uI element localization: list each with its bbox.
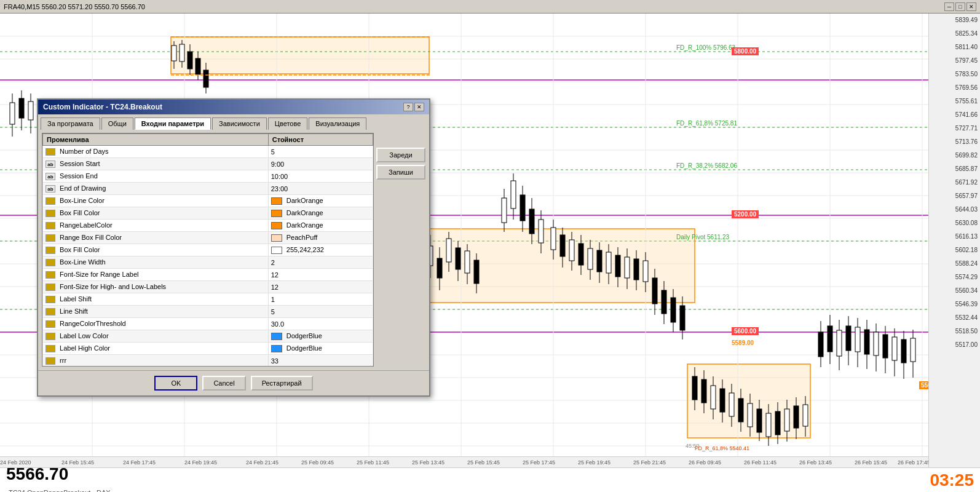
param-value[interactable]: 5 — [268, 306, 373, 318]
price-5699: 5699.82 — [955, 152, 978, 159]
svg-rect-158 — [901, 339, 906, 363]
svg-rect-114 — [692, 376, 697, 400]
svg-rect-80 — [529, 209, 534, 234]
time-tick-4: 24 Feb 21:45 — [246, 459, 279, 466]
param-name-box-fill: Box Fill Color — [43, 207, 269, 220]
param-value[interactable]: DarkOrange — [268, 220, 373, 232]
svg-rect-156 — [892, 337, 897, 360]
tab-input-params[interactable]: Входни параметри — [135, 117, 211, 130]
table-row[interactable]: Box-Line Color DarkOrange — [43, 195, 373, 207]
dialog-close-button[interactable]: ✕ — [414, 103, 424, 111]
svg-rect-68 — [456, 248, 460, 269]
table-row[interactable]: ab Session Start 9:00 — [43, 158, 373, 170]
cancel-button[interactable]: Cancel — [202, 376, 245, 391]
param-value[interactable]: 12 — [268, 269, 373, 281]
param-value[interactable]: 9:00 — [268, 158, 373, 170]
param-value[interactable]: 33 — [268, 355, 373, 367]
action-buttons-wrapper: Зареди Запиши — [376, 133, 425, 367]
table-row[interactable]: RangeLabelColor DarkOrange — [43, 220, 373, 232]
svg-rect-144 — [837, 330, 842, 356]
table-row[interactable]: Range Box Fill Color PeachPuff — [43, 232, 373, 244]
param-value[interactable]: 12 — [268, 281, 373, 293]
time-axis: 24 Feb 2020 24 Feb 15:45 24 Feb 17:45 24… — [0, 456, 928, 467]
table-row[interactable]: Line Shift 5 — [43, 306, 373, 318]
param-icon-ab: ab — [45, 173, 55, 180]
param-value[interactable]: 5 — [268, 146, 373, 158]
table-row[interactable]: Font-Size for Range Label 12 — [43, 269, 373, 281]
minimize-button[interactable]: ─ — [944, 2, 954, 11]
svg-rect-108 — [662, 290, 666, 314]
chart-title: FRA40,M15 5560.20 5571.20 5550.70 5566.7… — [4, 3, 145, 10]
svg-text:FD_R_38,2%  5682.06: FD_R_38,2% 5682.06 — [676, 162, 737, 169]
param-icon-color — [45, 296, 55, 303]
tab-visualization[interactable]: Визуализация — [309, 117, 366, 130]
table-row[interactable]: RangeColorThreshold 30.0 — [43, 318, 373, 330]
svg-rect-128 — [757, 409, 762, 432]
indicator-name: TC24.OpenRangeBreakout - DAX — [9, 489, 111, 493]
tab-general[interactable]: Общи — [101, 117, 133, 130]
table-row[interactable]: Box Fill Color 255,242,232 — [43, 244, 373, 256]
price-5741: 5741.66 — [955, 111, 978, 118]
svg-rect-82 — [539, 220, 543, 243]
title-bar: FRA40,M15 5560.20 5571.20 5550.70 5566.7… — [0, 0, 980, 14]
param-value[interactable]: 10:00 — [268, 170, 373, 183]
price-5532: 5532.44 — [955, 314, 978, 321]
time-tick-14: 26 Feb 13:45 — [799, 459, 832, 466]
param-name-range-box-fill: Range Box Fill Color — [43, 232, 269, 244]
svg-rect-20 — [171, 37, 429, 74]
price-5727: 5727.71 — [955, 125, 978, 132]
restart-button[interactable]: Рестартирай — [251, 376, 313, 391]
col-variable: Променлива — [43, 134, 269, 146]
time-tick-9: 25 Feb 17:45 — [523, 459, 555, 466]
param-value[interactable]: DarkOrange — [268, 195, 373, 207]
param-value[interactable]: DodgerBlue — [268, 343, 373, 355]
dialog-help-button[interactable]: ? — [403, 103, 413, 111]
indicator-dialog: Custom Indicator - TC24.Breakout ? ✕ За … — [37, 98, 430, 397]
svg-rect-76 — [511, 181, 516, 208]
svg-rect-56 — [188, 52, 192, 69]
table-row[interactable]: ab End of Drawing 23:00 — [43, 183, 373, 195]
table-row[interactable]: Box Fill Color DarkOrange — [43, 207, 373, 220]
param-icon-color — [45, 308, 55, 315]
dialog-content: Променлива Стойност Number of Days — [38, 129, 429, 370]
param-value[interactable]: PeachPuff — [268, 232, 373, 244]
param-value[interactable]: 23:00 — [268, 183, 373, 195]
tab-about[interactable]: За програмата — [41, 117, 100, 130]
param-value[interactable]: DodgerBlue — [268, 330, 373, 343]
param-value[interactable]: 2 — [268, 256, 373, 269]
param-icon-color — [45, 333, 55, 340]
table-row[interactable]: Box-Line Width 2 — [43, 256, 373, 269]
table-row[interactable]: Number of Days 5 — [43, 146, 373, 158]
svg-rect-64 — [437, 258, 442, 278]
close-button[interactable]: ✕ — [966, 2, 976, 11]
restore-button[interactable]: □ — [955, 2, 965, 11]
svg-rect-136 — [794, 406, 799, 428]
table-row[interactable]: Label Shift 1 — [43, 293, 373, 306]
svg-rect-54 — [180, 44, 184, 62]
ok-button[interactable]: OK — [154, 376, 197, 391]
svg-text:FD_R_61,8%  5725.81: FD_R_61,8% 5725.81 — [676, 120, 737, 127]
price-5517: 5517.00 — [955, 341, 978, 348]
table-row[interactable]: Font-Size for High- and Low-Labels 12 — [43, 281, 373, 293]
tab-dependencies[interactable]: Зависимости — [212, 117, 267, 130]
color-swatch-darkorange2 — [271, 210, 282, 217]
time-tick-12: 26 Feb 09:45 — [689, 459, 721, 466]
tab-colors[interactable]: Цветове — [268, 117, 307, 130]
price-5839: 5839.49 — [955, 17, 978, 23]
param-icon-color — [45, 247, 55, 254]
param-value[interactable]: 255,242,232 — [268, 244, 373, 256]
svg-rect-126 — [748, 403, 753, 427]
table-row[interactable]: rrr 33 — [43, 355, 373, 367]
table-row[interactable]: ab Session End 10:00 — [43, 170, 373, 183]
param-value[interactable]: DarkOrange — [268, 207, 373, 220]
table-row[interactable]: Label Low Color DodgerBlue — [43, 330, 373, 343]
param-name: ab End of Drawing — [43, 183, 269, 195]
param-value[interactable]: 1 — [268, 293, 373, 306]
save-button[interactable]: Запиши — [376, 165, 425, 180]
table-row[interactable]: Label High Color DodgerBlue — [43, 343, 373, 355]
param-value[interactable]: 30.0 — [268, 318, 373, 330]
load-button[interactable]: Зареди — [376, 148, 425, 162]
color-swatch-darkorange — [271, 197, 282, 205]
param-icon-color — [45, 234, 55, 242]
svg-rect-90 — [579, 244, 583, 265]
